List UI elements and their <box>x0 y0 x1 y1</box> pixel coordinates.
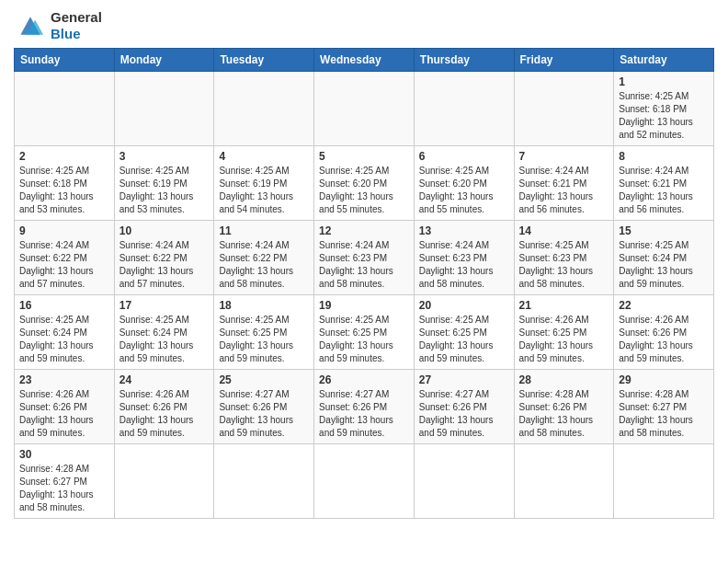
day-number: 10 <box>119 224 210 237</box>
day-number: 3 <box>119 150 210 163</box>
day-info: Sunrise: 4:27 AM Sunset: 6:26 PM Dayligh… <box>419 388 509 440</box>
day-info: Sunrise: 4:25 AM Sunset: 6:18 PM Dayligh… <box>619 90 709 142</box>
day-number: 8 <box>619 150 709 163</box>
day-number: 13 <box>419 224 509 237</box>
day-number: 27 <box>419 373 509 386</box>
day-info: Sunrise: 4:26 AM Sunset: 6:26 PM Dayligh… <box>119 388 210 440</box>
calendar-cell: 1Sunrise: 4:25 AM Sunset: 6:18 PM Daylig… <box>614 72 714 146</box>
calendar-cell: 3Sunrise: 4:25 AM Sunset: 6:19 PM Daylig… <box>114 146 214 221</box>
calendar-cell <box>514 72 614 146</box>
calendar-cell <box>614 444 714 519</box>
calendar-cell: 7Sunrise: 4:24 AM Sunset: 6:21 PM Daylig… <box>514 146 614 221</box>
day-info: Sunrise: 4:25 AM Sunset: 6:18 PM Dayligh… <box>19 165 109 216</box>
day-info: Sunrise: 4:24 AM Sunset: 6:23 PM Dayligh… <box>319 239 409 291</box>
day-info: Sunrise: 4:24 AM Sunset: 6:22 PM Dayligh… <box>119 239 210 291</box>
calendar-cell: 2Sunrise: 4:25 AM Sunset: 6:18 PM Daylig… <box>15 146 115 221</box>
calendar-cell: 25Sunrise: 4:27 AM Sunset: 6:26 PM Dayli… <box>214 370 314 444</box>
calendar-cell: 29Sunrise: 4:28 AM Sunset: 6:27 PM Dayli… <box>614 370 714 444</box>
calendar-week-0: 1Sunrise: 4:25 AM Sunset: 6:18 PM Daylig… <box>15 72 714 146</box>
weekday-header-friday: Friday <box>514 49 614 72</box>
calendar-cell: 22Sunrise: 4:26 AM Sunset: 6:26 PM Dayli… <box>614 295 714 370</box>
calendar-cell <box>414 444 514 519</box>
day-number: 25 <box>219 373 309 386</box>
day-number: 24 <box>119 373 210 386</box>
calendar-cell: 11Sunrise: 4:24 AM Sunset: 6:22 PM Dayli… <box>214 221 314 295</box>
logo: General Blue <box>14 9 102 42</box>
calendar-cell: 20Sunrise: 4:25 AM Sunset: 6:25 PM Dayli… <box>414 295 514 370</box>
calendar-cell: 21Sunrise: 4:26 AM Sunset: 6:25 PM Dayli… <box>514 295 614 370</box>
calendar-cell: 26Sunrise: 4:27 AM Sunset: 6:26 PM Dayli… <box>314 370 415 444</box>
day-info: Sunrise: 4:25 AM Sunset: 6:25 PM Dayligh… <box>219 314 309 365</box>
weekday-header-monday: Monday <box>114 49 214 72</box>
calendar-cell: 30Sunrise: 4:28 AM Sunset: 6:27 PM Dayli… <box>15 444 115 519</box>
calendar-cell: 16Sunrise: 4:25 AM Sunset: 6:24 PM Dayli… <box>15 295 115 370</box>
day-info: Sunrise: 4:26 AM Sunset: 6:26 PM Dayligh… <box>19 388 109 440</box>
calendar-cell: 13Sunrise: 4:24 AM Sunset: 6:23 PM Dayli… <box>414 221 514 295</box>
day-info: Sunrise: 4:25 AM Sunset: 6:19 PM Dayligh… <box>219 165 309 216</box>
calendar-cell: 4Sunrise: 4:25 AM Sunset: 6:19 PM Daylig… <box>214 146 314 221</box>
day-info: Sunrise: 4:25 AM Sunset: 6:20 PM Dayligh… <box>319 165 409 216</box>
day-number: 7 <box>519 150 609 163</box>
logo-icon <box>14 12 47 40</box>
calendar-cell <box>414 72 514 146</box>
day-number: 9 <box>19 224 109 237</box>
calendar-cell: 27Sunrise: 4:27 AM Sunset: 6:26 PM Dayli… <box>414 370 514 444</box>
day-info: Sunrise: 4:25 AM Sunset: 6:23 PM Dayligh… <box>519 239 609 291</box>
day-info: Sunrise: 4:25 AM Sunset: 6:19 PM Dayligh… <box>119 165 210 216</box>
day-info: Sunrise: 4:27 AM Sunset: 6:26 PM Dayligh… <box>219 388 309 440</box>
weekday-header-tuesday: Tuesday <box>214 49 314 72</box>
calendar-cell: 10Sunrise: 4:24 AM Sunset: 6:22 PM Dayli… <box>114 221 214 295</box>
calendar-cell: 28Sunrise: 4:28 AM Sunset: 6:26 PM Dayli… <box>514 370 614 444</box>
calendar-cell <box>314 444 415 519</box>
day-number: 18 <box>219 299 309 312</box>
calendar-cell: 12Sunrise: 4:24 AM Sunset: 6:23 PM Dayli… <box>314 221 415 295</box>
calendar-cell: 24Sunrise: 4:26 AM Sunset: 6:26 PM Dayli… <box>114 370 214 444</box>
calendar-cell <box>114 72 214 146</box>
calendar-week-2: 9Sunrise: 4:24 AM Sunset: 6:22 PM Daylig… <box>15 221 714 295</box>
day-info: Sunrise: 4:24 AM Sunset: 6:22 PM Dayligh… <box>19 239 109 291</box>
day-info: Sunrise: 4:26 AM Sunset: 6:25 PM Dayligh… <box>519 314 609 365</box>
day-number: 12 <box>319 224 409 237</box>
calendar-cell: 14Sunrise: 4:25 AM Sunset: 6:23 PM Dayli… <box>514 221 614 295</box>
day-info: Sunrise: 4:25 AM Sunset: 6:25 PM Dayligh… <box>319 314 409 365</box>
calendar-cell: 6Sunrise: 4:25 AM Sunset: 6:20 PM Daylig… <box>414 146 514 221</box>
day-info: Sunrise: 4:25 AM Sunset: 6:20 PM Dayligh… <box>419 165 509 216</box>
calendar-cell <box>114 444 214 519</box>
calendar-cell: 8Sunrise: 4:24 AM Sunset: 6:21 PM Daylig… <box>614 146 714 221</box>
calendar-cell <box>314 72 415 146</box>
day-number: 6 <box>419 150 509 163</box>
day-info: Sunrise: 4:25 AM Sunset: 6:24 PM Dayligh… <box>119 314 210 365</box>
day-info: Sunrise: 4:25 AM Sunset: 6:24 PM Dayligh… <box>619 239 709 291</box>
day-number: 5 <box>319 150 409 163</box>
day-info: Sunrise: 4:25 AM Sunset: 6:24 PM Dayligh… <box>19 314 109 365</box>
calendar-cell: 9Sunrise: 4:24 AM Sunset: 6:22 PM Daylig… <box>15 221 115 295</box>
day-info: Sunrise: 4:24 AM Sunset: 6:21 PM Dayligh… <box>519 165 609 216</box>
calendar-week-3: 16Sunrise: 4:25 AM Sunset: 6:24 PM Dayli… <box>15 295 714 370</box>
day-number: 21 <box>519 299 609 312</box>
calendar-week-4: 23Sunrise: 4:26 AM Sunset: 6:26 PM Dayli… <box>15 370 714 444</box>
weekday-header-wednesday: Wednesday <box>314 49 415 72</box>
weekday-header-sunday: Sunday <box>15 49 115 72</box>
calendar-week-5: 30Sunrise: 4:28 AM Sunset: 6:27 PM Dayli… <box>15 444 714 519</box>
day-info: Sunrise: 4:24 AM Sunset: 6:22 PM Dayligh… <box>219 239 309 291</box>
weekday-header-saturday: Saturday <box>614 49 714 72</box>
calendar-cell <box>214 72 314 146</box>
day-info: Sunrise: 4:27 AM Sunset: 6:26 PM Dayligh… <box>319 388 409 440</box>
day-number: 29 <box>619 373 709 386</box>
day-number: 26 <box>319 373 409 386</box>
calendar-cell: 5Sunrise: 4:25 AM Sunset: 6:20 PM Daylig… <box>314 146 415 221</box>
calendar-week-1: 2Sunrise: 4:25 AM Sunset: 6:18 PM Daylig… <box>15 146 714 221</box>
day-number: 2 <box>19 150 109 163</box>
calendar-cell: 19Sunrise: 4:25 AM Sunset: 6:25 PM Dayli… <box>314 295 415 370</box>
calendar-cell: 23Sunrise: 4:26 AM Sunset: 6:26 PM Dayli… <box>15 370 115 444</box>
day-info: Sunrise: 4:26 AM Sunset: 6:26 PM Dayligh… <box>619 314 709 365</box>
calendar-cell: 17Sunrise: 4:25 AM Sunset: 6:24 PM Dayli… <box>114 295 214 370</box>
day-info: Sunrise: 4:28 AM Sunset: 6:27 PM Dayligh… <box>19 463 109 514</box>
day-info: Sunrise: 4:28 AM Sunset: 6:26 PM Dayligh… <box>519 388 609 440</box>
day-number: 20 <box>419 299 509 312</box>
day-number: 11 <box>219 224 309 237</box>
day-number: 30 <box>19 448 109 461</box>
day-info: Sunrise: 4:24 AM Sunset: 6:21 PM Dayligh… <box>619 165 709 216</box>
logo-text: General Blue <box>51 9 102 42</box>
day-info: Sunrise: 4:24 AM Sunset: 6:23 PM Dayligh… <box>419 239 509 291</box>
